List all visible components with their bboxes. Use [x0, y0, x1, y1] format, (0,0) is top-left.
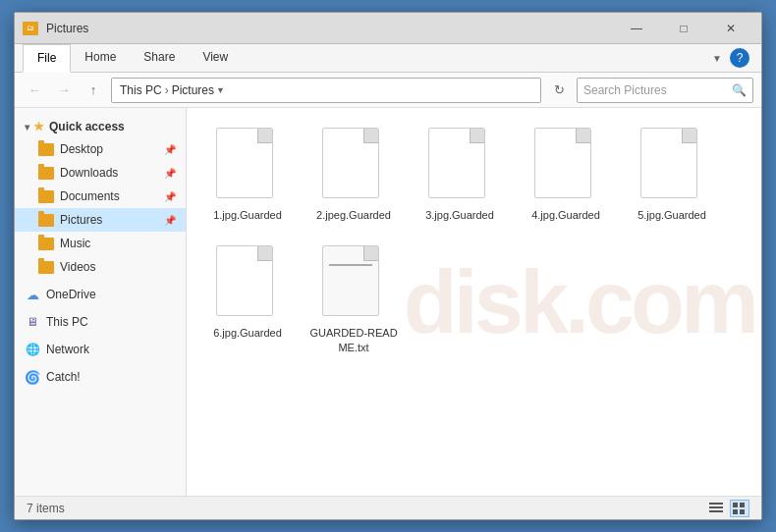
sidebar-item-this-pc[interactable]: 🖥 This PC	[15, 310, 186, 334]
up-button[interactable]: ↑	[82, 79, 105, 102]
desktop-pin-icon: 📌	[164, 144, 176, 155]
status-bar: 7 items	[15, 496, 761, 519]
tab-home[interactable]: Home	[71, 44, 130, 72]
file-item-1jpg[interactable]: 1.jpg.Guarded	[198, 120, 297, 230]
close-button[interactable]: ✕	[708, 13, 753, 44]
svg-rect-2	[709, 510, 723, 512]
file-item-2jpeg[interactable]: 2.jpeg.Guarded	[305, 120, 403, 230]
window-title: Pictures	[46, 22, 614, 35]
sidebar-item-onedrive[interactable]: ☁ OneDrive	[15, 283, 186, 306]
file-icon-1jpg	[216, 128, 279, 202]
ribbon-tabs: File Home Share View ▼ ?	[15, 44, 761, 72]
quick-access-star-icon: ★	[33, 120, 44, 133]
svg-rect-4	[740, 503, 745, 507]
item-count: 7 items	[27, 502, 65, 515]
svg-rect-5	[733, 509, 738, 514]
refresh-button[interactable]: ↻	[547, 78, 571, 103]
network-icon: 🌐	[25, 342, 40, 357]
onedrive-icon: ☁	[25, 287, 40, 302]
tab-view[interactable]: View	[189, 44, 242, 72]
onedrive-label: OneDrive	[46, 288, 96, 301]
sidebar-item-downloads[interactable]: Downloads 📌	[15, 161, 186, 185]
tab-share[interactable]: Share	[130, 44, 189, 72]
sidebar: ▾ ★ Quick access Desktop 📌 Downloads 📌	[15, 108, 187, 496]
file-item-3jpg[interactable]: 3.jpg.Guarded	[411, 120, 509, 230]
path-sep-1: ›	[165, 83, 169, 97]
window-controls: — □ ✕	[614, 13, 753, 44]
file-icon-3jpg	[428, 128, 491, 202]
file-label-6jpg: 6.jpg.Guarded	[213, 326, 282, 340]
sidebar-item-music[interactable]: Music	[15, 232, 186, 255]
title-bar: 🗂 Pictures — □ ✕	[15, 13, 761, 44]
quick-access-label: Quick access	[49, 120, 125, 133]
file-item-readme[interactable]: GUARDED-README.txt	[305, 238, 403, 362]
file-item-5jpg[interactable]: 5.jpg.Guarded	[623, 120, 721, 230]
downloads-icon	[38, 165, 54, 181]
pictures-icon	[38, 212, 54, 228]
sidebar-item-videos[interactable]: Videos	[15, 255, 186, 279]
path-pictures: Pictures	[172, 83, 214, 97]
address-bar: ← → ↑ This PC › Pictures ▼ ↻ Search Pict…	[15, 73, 761, 108]
documents-icon	[38, 188, 54, 204]
maximize-button[interactable]: □	[661, 13, 706, 44]
sidebar-item-desktop[interactable]: Desktop 📌	[15, 137, 186, 161]
explorer-window: 🗂 Pictures — □ ✕ File Home Share View ▼ …	[14, 12, 762, 520]
music-icon	[38, 236, 54, 251]
file-item-6jpg[interactable]: 6.jpg.Guarded	[198, 238, 297, 362]
search-icon: 🔍	[732, 83, 747, 97]
documents-pin-icon: 📌	[164, 191, 176, 202]
tab-file[interactable]: File	[23, 44, 71, 73]
large-icons-view-button[interactable]	[730, 500, 749, 517]
sidebar-item-network[interactable]: 🌐 Network	[15, 338, 186, 361]
svg-rect-3	[733, 503, 738, 507]
file-label-5jpg: 5.jpg.Guarded	[637, 208, 706, 222]
desktop-icon	[38, 141, 54, 157]
ribbon-dropdown-icon[interactable]: ▼	[712, 53, 722, 64]
title-bar-icons: 🗂	[23, 22, 38, 35]
file-icon-2jpeg	[322, 128, 385, 202]
svg-rect-1	[709, 506, 723, 508]
quick-access-header[interactable]: ▾ ★ Quick access	[15, 116, 186, 137]
file-label-2jpeg: 2.jpeg.Guarded	[316, 208, 391, 222]
search-box[interactable]: Search Pictures 🔍	[577, 78, 753, 103]
desktop-label: Desktop	[60, 142, 103, 156]
file-label-1jpg: 1.jpg.Guarded	[213, 208, 282, 222]
minimize-button[interactable]: —	[614, 13, 659, 44]
this-pc-label: This PC	[46, 315, 88, 329]
downloads-pin-icon: 📌	[164, 168, 176, 179]
main-content: ▾ ★ Quick access Desktop 📌 Downloads 📌	[15, 108, 761, 496]
catch-icon: 🌀	[25, 369, 40, 385]
file-icon-readme	[322, 245, 385, 320]
file-item-4jpg[interactable]: 4.jpg.Guarded	[517, 120, 615, 230]
pictures-label: Pictures	[60, 213, 102, 227]
quick-access-chevron: ▾	[25, 122, 29, 133]
file-icon-5jpg	[640, 128, 703, 202]
file-icon-6jpg	[216, 245, 279, 320]
videos-icon	[38, 259, 54, 275]
file-label-4jpg: 4.jpg.Guarded	[531, 208, 600, 222]
this-pc-icon: 🖥	[25, 314, 40, 330]
ribbon: File Home Share View ▼ ?	[15, 44, 761, 73]
file-icon-4jpg	[534, 128, 597, 202]
back-button[interactable]: ←	[23, 79, 46, 102]
address-path[interactable]: This PC › Pictures ▼	[111, 78, 541, 103]
file-label-3jpg: 3.jpg.Guarded	[425, 208, 494, 222]
help-button[interactable]: ?	[730, 48, 749, 68]
forward-button[interactable]: →	[52, 79, 76, 102]
sidebar-item-catch[interactable]: 🌀 Catch!	[15, 365, 186, 389]
sidebar-item-documents[interactable]: Documents 📌	[15, 185, 186, 208]
search-placeholder: Search Pictures	[583, 83, 667, 97]
path-this-pc: This PC	[120, 83, 162, 97]
svg-rect-0	[709, 503, 723, 505]
sidebar-item-pictures[interactable]: Pictures 📌	[15, 208, 186, 232]
file-label-readme: GUARDED-README.txt	[308, 326, 399, 354]
view-icons	[706, 500, 749, 517]
documents-label: Documents	[60, 189, 120, 203]
file-area: disk.com 1.jpg.Guarded 2.jpeg.Guarded	[187, 108, 761, 496]
network-label: Network	[46, 343, 89, 356]
pictures-pin-icon: 📌	[164, 215, 176, 226]
catch-label: Catch!	[46, 370, 81, 384]
path-dropdown-icon: ▼	[216, 85, 225, 95]
downloads-label: Downloads	[60, 166, 118, 180]
details-view-button[interactable]	[706, 500, 726, 517]
